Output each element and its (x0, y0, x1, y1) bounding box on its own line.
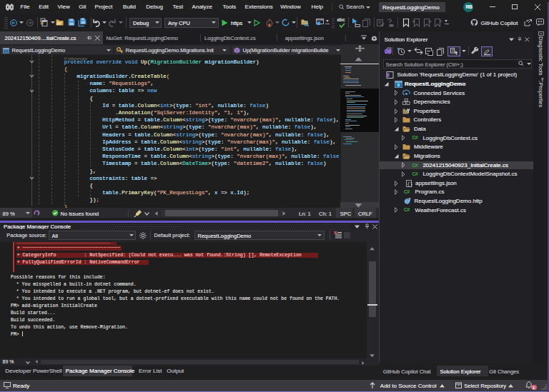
svg-text:{}: {} (407, 181, 412, 186)
